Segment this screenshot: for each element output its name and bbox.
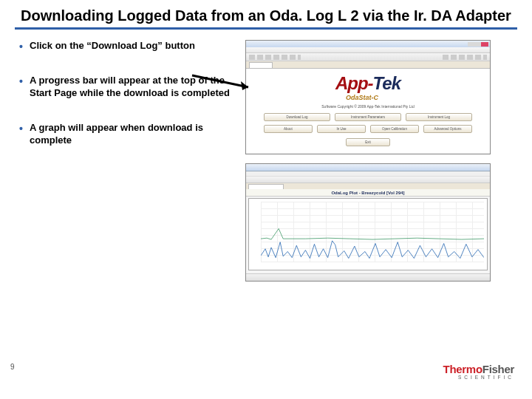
x-axis-ticks <box>261 263 484 269</box>
y-axis-ticks <box>250 202 259 267</box>
graph-status-bar <box>246 273 490 281</box>
graph-window-titlebar <box>246 164 490 171</box>
content-row: Click on the “Download Log” button A pro… <box>0 30 532 282</box>
advanced-options-button[interactable]: Advanced Options <box>423 125 472 133</box>
window-toolbar <box>246 53 490 61</box>
pointer-arrow-icon <box>191 71 257 96</box>
button-row-3: Exit <box>264 138 472 146</box>
bullet-item: Click on the “Download Log” button <box>18 40 239 52</box>
apptek-logo: App-Tek <box>335 73 400 94</box>
logo-part-app: App <box>335 73 368 93</box>
screenshot-column: App-Tek OdaStat-C Software Copyright © 2… <box>239 40 491 282</box>
graph-title: OdaLog Plot - Breezycold [Vol 294] <box>246 189 490 197</box>
brand-part-thermo: Thermo <box>443 363 482 375</box>
copyright-tagline: Software Copyright © 2009 App-Tek Intern… <box>321 104 414 109</box>
logo-part-dash: - <box>368 73 373 93</box>
odastat-sublogo: OdaStat-C <box>346 94 378 101</box>
page-number: 9 <box>10 363 15 371</box>
button-row-1: Download Log Instrument Parameters Instr… <box>264 113 472 121</box>
graph-window-menubar <box>246 171 490 177</box>
instrument-parameters-button[interactable]: Instrument Parameters <box>335 113 401 121</box>
brand-part-fisher: Fisher <box>482 363 514 375</box>
window-titlebar <box>246 41 490 47</box>
graph-window-toolbar <box>246 177 490 183</box>
graph-window-tabbar <box>246 183 490 189</box>
screenshot-graph-window: OdaLog Plot - Breezycold [Vol 294] <box>245 163 491 282</box>
button-row-2: About In Use Open Calibration Advanced O… <box>264 125 472 133</box>
about-button[interactable]: About <box>264 125 313 133</box>
logo-part-tek: Tek <box>373 73 400 93</box>
slide-title: Downloading Logged Data from an Oda. Log… <box>0 0 532 26</box>
open-calibration-button[interactable]: Open Calibration <box>370 125 419 133</box>
exit-button[interactable]: Exit <box>346 138 390 146</box>
graph-plot-area <box>248 198 488 270</box>
graph-line-icon <box>261 202 484 262</box>
instrument-log-button[interactable]: Instrument Log <box>406 113 472 121</box>
svg-marker-1 <box>241 81 248 90</box>
start-page-body: App-Tek OdaStat-C Software Copyright © 2… <box>246 68 490 153</box>
window-menubar <box>246 47 490 53</box>
download-log-button[interactable]: Download Log <box>264 113 330 121</box>
in-use-button[interactable]: In Use <box>317 125 366 133</box>
bullet-item: A graph will appear when download is com… <box>18 122 239 147</box>
window-tabbar <box>246 61 490 68</box>
screenshot-start-page: App-Tek OdaStat-C Software Copyright © 2… <box>245 40 491 154</box>
svg-line-0 <box>192 75 248 87</box>
thermofisher-logo: ThermoFisher SCIENTIFIC <box>443 363 514 380</box>
brand-sub: SCIENTIFIC <box>443 375 514 380</box>
